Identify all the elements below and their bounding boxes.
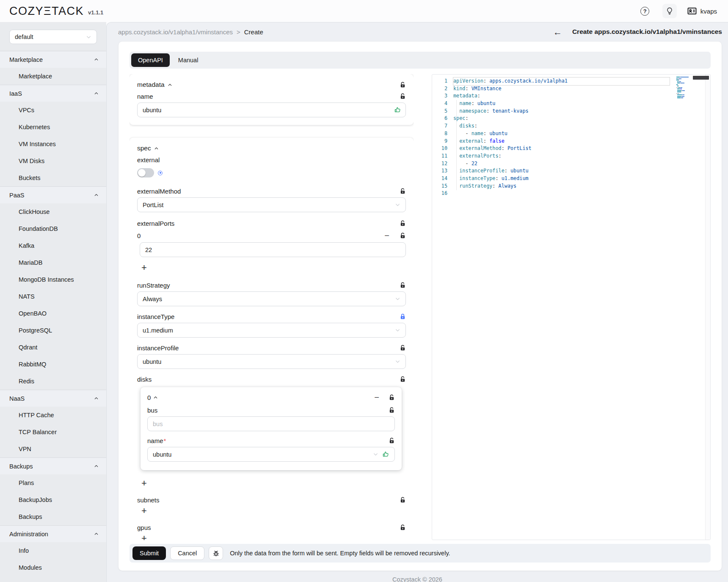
- sidebar-item-modules[interactable]: Modules: [0, 559, 106, 576]
- indent-guide: [456, 100, 457, 190]
- sidebar-item-nats[interactable]: NATS: [0, 288, 106, 305]
- namespace-select[interactable]: default: [9, 30, 97, 44]
- sidebar-item-tcp-balancer[interactable]: TCP Balancer: [0, 424, 106, 441]
- metadata-section: metadata name: [130, 74, 414, 125]
- app-logo[interactable]: COZYΞTACK: [9, 5, 84, 18]
- editor-line: 14 instanceType: u1.medium: [432, 175, 710, 183]
- cancel-button[interactable]: Cancel: [170, 546, 204, 560]
- unlock-icon[interactable]: [400, 93, 406, 100]
- chevron-up-icon: [154, 146, 159, 151]
- line-number: 13: [432, 167, 453, 175]
- unlock-icon[interactable]: [400, 497, 406, 503]
- sidebar-section-paas[interactable]: PaaS: [0, 186, 106, 203]
- sidebar-item-qdrant[interactable]: Qdrant: [0, 339, 106, 356]
- form-column: metadata name: [130, 74, 414, 540]
- tab-openapi[interactable]: OpenAPI: [131, 53, 170, 67]
- sidebar-section-administration[interactable]: Administration: [0, 525, 106, 542]
- yaml-editor[interactable]: 1apiVersion: apps.cozystack.io/v1alpha12…: [432, 74, 711, 540]
- runstrategy-label: runStrategy: [137, 282, 170, 289]
- sidebar-item-buckets[interactable]: Buckets: [0, 169, 106, 186]
- editor-line: 3metadata:: [432, 92, 710, 100]
- sidebar-section-marketplace[interactable]: Marketplace: [0, 51, 106, 68]
- sidebar-item-backupjobs[interactable]: BackupJobs: [0, 491, 106, 508]
- sidebar-item-rabbitmq[interactable]: RabbitMQ: [0, 356, 106, 373]
- sidebar-item-kubernetes[interactable]: Kubernetes: [0, 119, 106, 136]
- line-number: 2: [432, 85, 453, 93]
- sidebar-item-vpn[interactable]: VPN: [0, 441, 106, 457]
- sidebar-item-mongodb-instances[interactable]: MongoDB Instances: [0, 271, 106, 288]
- editor-scrollbar[interactable]: [705, 75, 710, 540]
- create-form-card: OpenAPI Manual metadata name: [118, 41, 722, 571]
- spec-section-header[interactable]: spec: [137, 144, 159, 152]
- external-toggle[interactable]: [137, 168, 154, 177]
- sidebar-item-http-cache[interactable]: HTTP Cache: [0, 407, 106, 424]
- minimap-slider[interactable]: [693, 76, 709, 80]
- editor-line: 9 external: false: [432, 138, 710, 145]
- sidebar-item-redis[interactable]: Redis: [0, 373, 106, 390]
- back-arrow-icon[interactable]: ←: [553, 28, 562, 36]
- sidebar-item-vm-instances[interactable]: VM Instances: [0, 136, 106, 152]
- spec-section: spec external externalMethod: [130, 138, 414, 540]
- unlock-icon[interactable]: [400, 220, 406, 227]
- sidebar-item-mariadb[interactable]: MariaDB: [0, 254, 106, 271]
- disk-name-select[interactable]: ubuntu: [147, 447, 395, 462]
- remove-port-button[interactable]: −: [382, 230, 392, 241]
- metadata-section-header[interactable]: metadata: [137, 81, 172, 89]
- externalmethod-select[interactable]: PortList: [137, 197, 406, 212]
- tab-manual[interactable]: Manual: [171, 53, 205, 67]
- line-number: 4: [432, 100, 453, 108]
- editor-line: 1apiVersion: apps.cozystack.io/v1alpha1: [432, 78, 710, 85]
- bus-input[interactable]: [147, 416, 395, 431]
- add-gpu-button[interactable]: +: [139, 533, 149, 540]
- sidebar-item-marketplace[interactable]: Marketplace: [0, 68, 106, 85]
- unlock-icon[interactable]: [400, 376, 406, 382]
- sidebar-section-iaas[interactable]: IaaS: [0, 85, 106, 102]
- unlock-icon[interactable]: [400, 282, 406, 288]
- user-menu[interactable]: kvaps: [687, 6, 717, 16]
- remove-disk-button[interactable]: −: [372, 392, 382, 402]
- unlock-icon[interactable]: [389, 438, 395, 444]
- sidebar-item-vm-disks[interactable]: VM Disks: [0, 152, 106, 169]
- unlock-icon[interactable]: [400, 188, 406, 194]
- instanceprofile-select[interactable]: ubuntu: [137, 354, 406, 369]
- unlock-icon[interactable]: [400, 524, 406, 531]
- sidebar-item-plans[interactable]: Plans: [0, 474, 106, 491]
- sidebar-item-vpcs[interactable]: VPCs: [0, 102, 106, 119]
- add-subnet-button[interactable]: +: [139, 505, 149, 516]
- sidebar-section-naas[interactable]: NaaS: [0, 390, 106, 407]
- instancetype-select[interactable]: u1.medium: [137, 323, 406, 338]
- required-asterisk: *: [164, 437, 166, 444]
- debug-button[interactable]: [209, 546, 223, 560]
- breadcrumb-path[interactable]: apps.cozystack.io/v1alpha1/vminstances: [118, 28, 233, 36]
- add-port-button[interactable]: +: [139, 262, 149, 273]
- unlock-icon[interactable]: [400, 345, 406, 351]
- metadata-name-input[interactable]: [137, 103, 406, 117]
- line-number: 10: [432, 145, 453, 152]
- sidebar-item-openbao[interactable]: OpenBAO: [0, 305, 106, 322]
- line-number: 9: [432, 138, 453, 145]
- unlock-icon[interactable]: [400, 233, 406, 239]
- externalports-0-input[interactable]: [140, 242, 406, 257]
- runstrategy-select[interactable]: Always: [137, 291, 406, 306]
- unlock-icon[interactable]: [400, 82, 406, 88]
- chevron-up-icon: [94, 464, 99, 468]
- theme-toggle-button[interactable]: [662, 4, 677, 18]
- unlock-icon[interactable]: [389, 407, 395, 413]
- unlock-icon[interactable]: [389, 394, 395, 401]
- editor-minimap[interactable]: [676, 77, 703, 100]
- editor-line: 10 externalMethod: PortList: [432, 145, 710, 152]
- sidebar-item-kafka[interactable]: Kafka: [0, 237, 106, 254]
- sidebar-item-info[interactable]: Info: [0, 542, 106, 559]
- externalports-label: externalPorts: [137, 220, 174, 227]
- submit-button[interactable]: Submit: [132, 546, 166, 560]
- sidebar-item-postgresql[interactable]: PostgreSQL: [0, 322, 106, 339]
- id-card-icon: [687, 6, 697, 16]
- disk-item-index[interactable]: 0: [147, 394, 151, 401]
- sidebar-item-foundationdb[interactable]: FoundationDB: [0, 220, 106, 237]
- sidebar-section-backups[interactable]: Backups: [0, 457, 106, 474]
- lock-icon[interactable]: [400, 313, 406, 320]
- sidebar-item-backups[interactable]: Backups: [0, 508, 106, 525]
- sidebar-item-clickhouse[interactable]: ClickHouse: [0, 203, 106, 220]
- add-disk-button[interactable]: +: [139, 478, 149, 489]
- help-button[interactable]: ?: [638, 4, 652, 18]
